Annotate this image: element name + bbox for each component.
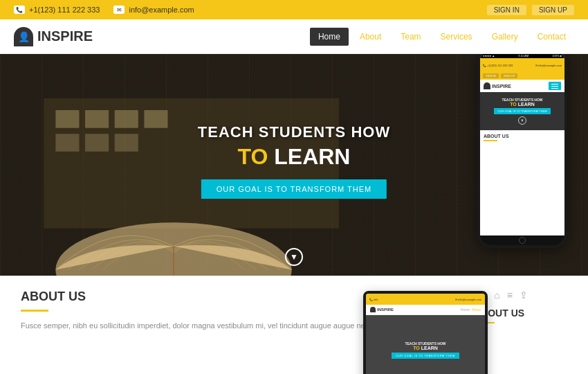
svg-rect-6 bbox=[85, 134, 109, 152]
phone-about-underline bbox=[484, 140, 497, 141]
phone-item: 📞 +1(123) 111 222 333 bbox=[14, 6, 100, 14]
about-us-panel-title: ABOUT US bbox=[474, 308, 578, 319]
phone-signup[interactable]: SIGN UP bbox=[501, 73, 517, 78]
header: 👤 INSPIRE Home About Team Services Galle… bbox=[0, 19, 588, 54]
tablet-screen: 📞 info ✉ info@example.com INSPIRE Home A… bbox=[366, 294, 485, 374]
tablet-nav-home[interactable]: Home bbox=[461, 308, 470, 312]
hero-cta-button[interactable]: OUR GOAL IS TO TRANSFORM THEM bbox=[201, 179, 387, 199]
svg-rect-4 bbox=[144, 110, 167, 128]
tablet-hero: TEACH STUDENTS HOW TO LEARN OUR GOAL IS … bbox=[366, 315, 485, 374]
phone-hero-to: TO bbox=[510, 102, 517, 107]
hero-line1: TEACH STUDENTS HOW bbox=[198, 123, 390, 141]
hero-text: TEACH STUDENTS HOW TO LEARN OUR GOAL IS … bbox=[198, 123, 390, 199]
phone-topbar-email: info@example.com bbox=[538, 64, 562, 67]
svg-rect-3 bbox=[114, 110, 138, 128]
svg-rect-5 bbox=[55, 134, 79, 152]
phone-hero: TEACH STUDENTS HOW TO LEARN OUR GOAL IS … bbox=[480, 92, 564, 130]
phone-logo-icon bbox=[484, 82, 490, 89]
signin-button[interactable]: SIGN IN bbox=[487, 5, 526, 15]
phone-top-bar: 📞 +1(123) 111 222 333 ✉ info@example.com bbox=[480, 58, 564, 72]
phone-icon: 📞 bbox=[14, 6, 25, 14]
phone-about-title: ABOUT US bbox=[484, 134, 561, 139]
nav-contact[interactable]: Contact bbox=[529, 28, 574, 46]
bottom-section: ABOUT US Fusce semper, nibh eu sollicitu… bbox=[0, 276, 588, 374]
tablet-logo: INSPIRE bbox=[370, 307, 394, 312]
about-nav-home[interactable]: ⌂ bbox=[494, 290, 499, 301]
logo-icon: 👤 bbox=[14, 27, 33, 46]
phone-number: +1(123) 111 222 333 bbox=[29, 6, 100, 14]
phone-mockup: ●●●●● ▲ 9:41 AM 100% ■ 📞 +1(123) 111 222… bbox=[477, 54, 567, 248]
tablet-header: INSPIRE Home About bbox=[366, 305, 485, 315]
phone-logo: INSPIRE bbox=[484, 82, 511, 89]
nav-home[interactable]: Home bbox=[310, 28, 349, 46]
phone-about: ABOUT US bbox=[480, 130, 564, 146]
tablet-hero-learn: LEARN bbox=[421, 346, 438, 350]
logo: 👤 INSPIRE bbox=[14, 27, 93, 46]
nav-services[interactable]: Services bbox=[432, 28, 481, 46]
hero-scroll-arrow[interactable]: ▼ bbox=[285, 248, 303, 266]
tablet-mockup: 📞 info ✉ info@example.com INSPIRE Home A… bbox=[363, 291, 488, 374]
hero-section: TEACH STUDENTS HOW TO LEARN OUR GOAL IS … bbox=[0, 54, 588, 276]
tablet-hero-cta: OUR GOAL IS TO TRANSFORM THEM bbox=[392, 353, 459, 359]
phone-hero-arrow: ▼ bbox=[518, 116, 526, 125]
top-bar: 📞 +1(123) 111 222 333 ✉ info@example.com… bbox=[0, 0, 588, 19]
logo-text: INSPIRE bbox=[37, 28, 93, 44]
tablet-hero-line2: TO LEARN bbox=[413, 346, 438, 350]
about-underline bbox=[21, 310, 48, 312]
tablet-nav-about[interactable]: About bbox=[472, 308, 481, 312]
phone-menu-icon[interactable] bbox=[549, 82, 561, 90]
svg-rect-7 bbox=[114, 134, 138, 152]
top-bar-left: 📞 +1(123) 111 222 333 ✉ info@example.com bbox=[14, 6, 194, 14]
about-nav-upload[interactable]: ⇪ bbox=[520, 290, 528, 301]
tablet-logo-icon bbox=[370, 307, 376, 312]
about-us-nav: ‹ › ⌂ ≡ ⇪ bbox=[474, 290, 578, 301]
phone-header: INSPIRE bbox=[480, 80, 564, 92]
email-icon: ✉ bbox=[113, 6, 125, 14]
phone-topbar-phone: +1(123) 111 222 333 bbox=[487, 64, 513, 67]
phone-hero-learn: LEARN bbox=[518, 102, 535, 107]
top-bar-right: SIGN IN SIGN UP bbox=[487, 5, 574, 15]
phone-logo-text: INSPIRE bbox=[492, 84, 511, 89]
signup-button[interactable]: SIGN UP bbox=[532, 5, 574, 15]
phone-hero-text2: TO LEARN bbox=[510, 102, 535, 107]
hero-to: TO bbox=[238, 144, 268, 169]
nav-about[interactable]: About bbox=[351, 28, 389, 46]
nav-team[interactable]: Team bbox=[392, 28, 429, 46]
about-nav-book[interactable]: ≡ bbox=[507, 290, 513, 301]
phone-hero-cta: OUR GOAL IS TO TRANSFORM THEM bbox=[494, 108, 550, 114]
tablet-top-bar: 📞 info ✉ info@example.com bbox=[366, 294, 485, 305]
email-item: ✉ info@example.com bbox=[113, 6, 194, 14]
main-nav: Home About Team Services Gallery Contact bbox=[310, 28, 574, 46]
email-address: info@example.com bbox=[129, 6, 194, 14]
phone-screen: ●●●●● ▲ 9:41 AM 100% ■ 📞 +1(123) 111 222… bbox=[480, 54, 564, 235]
tablet-logo-text: INSPIRE bbox=[377, 308, 394, 312]
hero-learn: LEARN bbox=[274, 144, 350, 169]
tablet-hero-to: TO bbox=[413, 346, 420, 350]
phone-signin[interactable]: SIGN IN bbox=[483, 73, 499, 78]
nav-gallery[interactable]: Gallery bbox=[484, 28, 526, 46]
svg-rect-2 bbox=[85, 110, 109, 128]
svg-rect-1 bbox=[55, 110, 79, 128]
